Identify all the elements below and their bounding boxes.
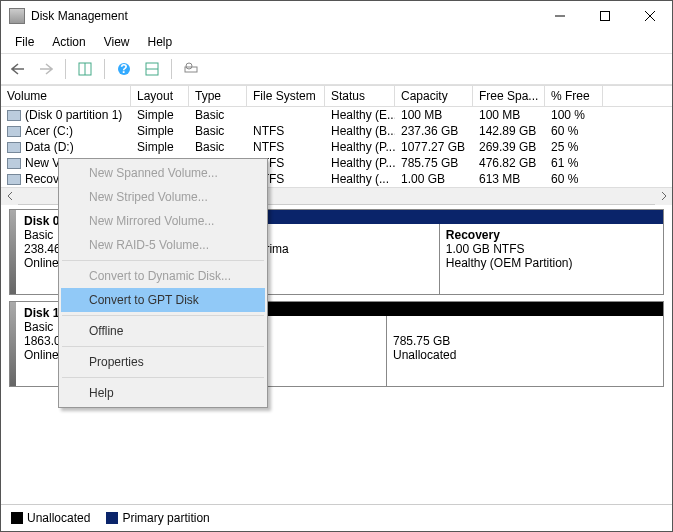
disk-stripe-icon (10, 302, 16, 386)
disk-name: Disk 1 (24, 306, 59, 320)
legend-primary: Primary partition (106, 511, 209, 525)
col-type[interactable]: Type (189, 86, 247, 106)
partition-name: Recovery (446, 228, 500, 242)
disk-stripe-icon (10, 210, 16, 294)
menu-view[interactable]: View (96, 33, 138, 51)
menu-bar: File Action View Help (1, 31, 672, 53)
back-button[interactable] (7, 58, 29, 80)
title-bar: Disk Management (1, 1, 672, 31)
partition-cell[interactable]: Recovery 1.00 GB NTFS Healthy (OEM Parti… (440, 224, 663, 294)
legend-unallocated: Unallocated (11, 511, 90, 525)
scroll-right-icon[interactable] (655, 188, 672, 205)
help-icon[interactable]: ? (113, 58, 135, 80)
disk-name: Disk 0 (24, 214, 59, 228)
menu-convert-gpt[interactable]: Convert to GPT Disk (61, 288, 265, 312)
svg-text:?: ? (120, 62, 127, 76)
svg-rect-1 (600, 12, 609, 21)
legend: Unallocated Primary partition (1, 504, 672, 531)
disk-type: Basic (24, 320, 53, 334)
svg-point-11 (186, 63, 192, 69)
menu-properties[interactable]: Properties (61, 350, 265, 374)
volume-icon (7, 142, 21, 153)
minimize-button[interactable] (537, 1, 582, 31)
col-layout[interactable]: Layout (131, 86, 189, 106)
forward-button[interactable] (35, 58, 57, 80)
context-menu: New Spanned Volume... New Striped Volume… (58, 158, 268, 408)
menu-convert-dynamic[interactable]: Convert to Dynamic Disk... (61, 264, 265, 288)
col-volume[interactable]: Volume (1, 86, 131, 106)
partition-fs: 1.00 GB NTFS (446, 242, 525, 256)
table-row[interactable]: Data (D:)SimpleBasicNTFSHealthy (P...107… (1, 139, 672, 155)
view-options-icon[interactable] (74, 58, 96, 80)
toolbar-separator (65, 59, 66, 79)
partition-size: 785.75 GB (393, 334, 450, 348)
menu-new-raid5[interactable]: New RAID-5 Volume... (61, 233, 265, 257)
col-pctfree[interactable]: % Free (545, 86, 603, 106)
legend-swatch-icon (11, 512, 23, 524)
volume-icon (7, 158, 21, 169)
app-icon (9, 8, 25, 24)
volume-icon (7, 110, 21, 121)
scroll-left-icon[interactable] (1, 188, 18, 205)
disk-status: Online (24, 348, 59, 362)
col-capacity[interactable]: Capacity (395, 86, 473, 106)
col-filesystem[interactable]: File System (247, 86, 325, 106)
menu-file[interactable]: File (7, 33, 42, 51)
menu-help[interactable]: Help (140, 33, 181, 51)
col-freespace[interactable]: Free Spa... (473, 86, 545, 106)
column-headers: Volume Layout Type File System Status Ca… (1, 85, 672, 107)
table-row[interactable]: Acer (C:)SimpleBasicNTFSHealthy (B...237… (1, 123, 672, 139)
menu-separator (62, 315, 264, 316)
close-button[interactable] (627, 1, 672, 31)
partition-cell[interactable]: 785.75 GB Unallocated (387, 316, 663, 386)
toolbar-separator (104, 59, 105, 79)
window-title: Disk Management (31, 9, 537, 23)
partition-detail: Unallocated (393, 348, 456, 362)
menu-action[interactable]: Action (44, 33, 93, 51)
table-row[interactable]: (Disk 0 partition 1)SimpleBasicHealthy (… (1, 107, 672, 123)
legend-swatch-icon (106, 512, 118, 524)
menu-help[interactable]: Help (61, 381, 265, 405)
toolbar: ? (1, 53, 672, 85)
menu-new-spanned[interactable]: New Spanned Volume... (61, 161, 265, 185)
disk-type: Basic (24, 228, 53, 242)
disk-status: Online (24, 256, 59, 270)
volume-icon (7, 126, 21, 137)
toolbar-separator (171, 59, 172, 79)
settings-icon[interactable] (180, 58, 202, 80)
menu-separator (62, 346, 264, 347)
maximize-button[interactable] (582, 1, 627, 31)
menu-separator (62, 260, 264, 261)
menu-new-striped[interactable]: New Striped Volume... (61, 185, 265, 209)
col-status[interactable]: Status (325, 86, 395, 106)
menu-separator (62, 377, 264, 378)
menu-offline[interactable]: Offline (61, 319, 265, 343)
partition-detail: Healthy (OEM Partition) (446, 256, 573, 270)
volume-icon (7, 174, 21, 185)
menu-new-mirrored[interactable]: New Mirrored Volume... (61, 209, 265, 233)
layout-icon[interactable] (141, 58, 163, 80)
